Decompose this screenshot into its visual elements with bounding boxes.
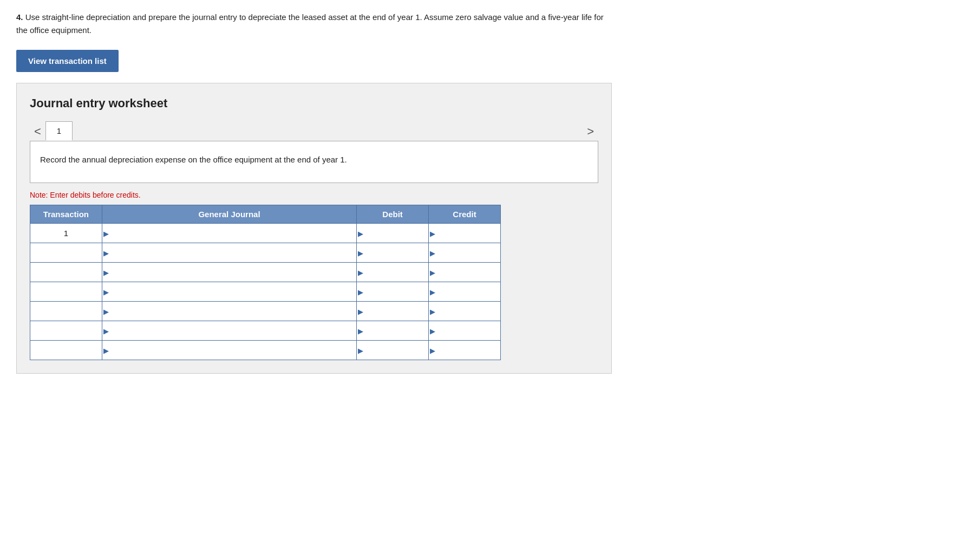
tab-1[interactable]: 1 — [45, 121, 73, 141]
transaction-cell — [30, 243, 102, 263]
row-arrow-icon: ▶ — [103, 307, 109, 315]
general-journal-cell[interactable]: ▶ — [102, 282, 356, 302]
col-header-general-journal: General Journal — [102, 205, 356, 224]
general-journal-input[interactable] — [102, 302, 356, 321]
debit-input[interactable] — [357, 341, 428, 360]
credit-input[interactable] — [429, 321, 500, 340]
credit-cell[interactable]: ▶ — [429, 282, 501, 302]
worksheet-container: Journal entry worksheet < 1 > Record the… — [16, 83, 612, 374]
general-journal-input[interactable] — [102, 263, 356, 282]
credit-cell[interactable]: ▶ — [429, 341, 501, 360]
transaction-cell — [30, 341, 102, 360]
credit-arrow-icon: ▶ — [430, 327, 435, 335]
general-journal-input[interactable] — [102, 282, 356, 301]
debit-input[interactable] — [357, 263, 428, 282]
table-row: ▶▶▶ — [30, 341, 501, 360]
table-row: ▶▶▶ — [30, 282, 501, 302]
note-text: Note: Enter debits before credits. — [30, 191, 598, 199]
credit-cell[interactable]: ▶ — [429, 302, 501, 321]
general-journal-cell[interactable]: ▶ — [102, 243, 356, 263]
debit-input[interactable] — [357, 282, 428, 301]
question-body: Use straight-line depreciation and prepa… — [16, 12, 604, 35]
general-journal-cell[interactable]: ▶ — [102, 263, 356, 282]
debit-cell[interactable]: ▶ — [357, 282, 429, 302]
general-journal-cell[interactable]: ▶ — [102, 302, 356, 321]
debit-arrow-icon: ▶ — [358, 327, 363, 335]
debit-arrow-icon: ▶ — [358, 307, 363, 315]
debit-cell[interactable]: ▶ — [357, 302, 429, 321]
debit-cell[interactable]: ▶ — [357, 243, 429, 263]
credit-arrow-icon: ▶ — [430, 307, 435, 315]
tab-description: Record the annual depreciation expense o… — [40, 153, 588, 166]
general-journal-cell[interactable]: ▶ — [102, 341, 356, 360]
row-arrow-icon: ▶ — [103, 229, 109, 237]
tab-navigation: < 1 > — [30, 121, 598, 141]
row-arrow-icon: ▶ — [103, 268, 109, 276]
debit-arrow-icon: ▶ — [358, 288, 363, 296]
debit-input[interactable] — [357, 243, 428, 262]
debit-cell[interactable]: ▶ — [357, 224, 429, 243]
credit-cell[interactable]: ▶ — [429, 243, 501, 263]
credit-input[interactable] — [429, 341, 500, 360]
question-text: 4. Use straight-line depreciation and pr… — [16, 11, 612, 37]
credit-input[interactable] — [429, 282, 500, 301]
credit-arrow-icon: ▶ — [430, 288, 435, 296]
credit-arrow-icon: ▶ — [430, 268, 435, 276]
col-header-debit: Debit — [357, 205, 429, 224]
debit-input[interactable] — [357, 321, 428, 340]
debit-input[interactable] — [357, 224, 428, 243]
journal-table: Transaction General Journal Debit Credit… — [30, 205, 501, 360]
view-transactions-button[interactable]: View transaction list — [16, 50, 119, 72]
debit-cell[interactable]: ▶ — [357, 263, 429, 282]
credit-input[interactable] — [429, 263, 500, 282]
transaction-cell — [30, 263, 102, 282]
row-arrow-icon: ▶ — [103, 249, 109, 257]
table-row: ▶▶▶ — [30, 263, 501, 282]
table-row: ▶▶▶ — [30, 302, 501, 321]
row-arrow-icon: ▶ — [103, 346, 109, 354]
transaction-cell: 1 — [30, 224, 102, 243]
general-journal-cell[interactable]: ▶ — [102, 224, 356, 243]
credit-arrow-icon: ▶ — [430, 249, 435, 257]
debit-arrow-icon: ▶ — [358, 346, 363, 354]
col-header-credit: Credit — [429, 205, 501, 224]
general-journal-input[interactable] — [102, 224, 356, 243]
table-row: ▶▶▶ — [30, 243, 501, 263]
transaction-cell — [30, 282, 102, 302]
credit-cell[interactable]: ▶ — [429, 263, 501, 282]
table-row: 1▶▶▶ — [30, 224, 501, 243]
debit-arrow-icon: ▶ — [358, 249, 363, 257]
credit-cell[interactable]: ▶ — [429, 321, 501, 341]
credit-input[interactable] — [429, 302, 500, 321]
debit-input[interactable] — [357, 302, 428, 321]
row-arrow-icon: ▶ — [103, 288, 109, 296]
general-journal-cell[interactable]: ▶ — [102, 321, 356, 341]
credit-input[interactable] — [429, 243, 500, 262]
table-row: ▶▶▶ — [30, 321, 501, 341]
credit-input[interactable] — [429, 224, 500, 243]
debit-cell[interactable]: ▶ — [357, 341, 429, 360]
credit-cell[interactable]: ▶ — [429, 224, 501, 243]
transaction-cell — [30, 302, 102, 321]
worksheet-title: Journal entry worksheet — [30, 96, 598, 110]
debit-arrow-icon: ▶ — [358, 229, 363, 237]
question-number: 4. — [16, 12, 23, 22]
general-journal-input[interactable] — [102, 243, 356, 262]
right-arrow-button[interactable]: > — [583, 122, 598, 141]
left-arrow-button[interactable]: < — [30, 122, 45, 141]
tab-content-box: Record the annual depreciation expense o… — [30, 141, 598, 183]
debit-cell[interactable]: ▶ — [357, 321, 429, 341]
general-journal-input[interactable] — [102, 321, 356, 340]
transaction-cell — [30, 321, 102, 341]
credit-arrow-icon: ▶ — [430, 229, 435, 237]
general-journal-input[interactable] — [102, 341, 356, 360]
col-header-transaction: Transaction — [30, 205, 102, 224]
credit-arrow-icon: ▶ — [430, 346, 435, 354]
row-arrow-icon: ▶ — [103, 327, 109, 335]
debit-arrow-icon: ▶ — [358, 268, 363, 276]
